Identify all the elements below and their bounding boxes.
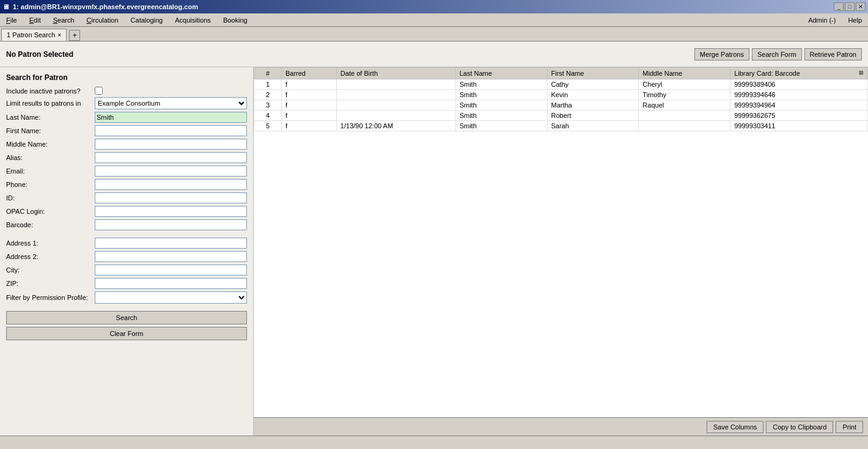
- col-header-first[interactable]: First Name: [547, 68, 639, 79]
- copy-to-clipboard-button[interactable]: Copy to Clipboard: [766, 421, 833, 433]
- first-name-label: First Name:: [6, 127, 95, 134]
- alias-row: Alias:: [6, 152, 247, 163]
- alias-input[interactable]: [95, 152, 247, 163]
- id-row: ID:: [6, 192, 247, 203]
- id-input[interactable]: [95, 192, 247, 203]
- id-label: ID:: [6, 194, 95, 202]
- table-row[interactable]: 5f1/13/90 12:00 AMSmithSarah99999303411: [254, 121, 868, 131]
- save-columns-button[interactable]: Save Columns: [707, 421, 764, 433]
- include-inactive-row: Include inactive patrons?: [6, 87, 247, 95]
- last-name-label: Last Name:: [6, 114, 95, 121]
- title-bar-controls[interactable]: _ □ ✕: [834, 2, 866, 11]
- tab-add-button[interactable]: +: [69, 30, 80, 41]
- menu-help[interactable]: Help: [844, 15, 866, 25]
- app-icon: 🖥: [2, 3, 9, 10]
- city-row: City:: [6, 265, 247, 276]
- middle-name-input[interactable]: [95, 139, 247, 150]
- bottom-bar: Save Columns Copy to Clipboard Print: [254, 417, 868, 436]
- table-row[interactable]: 2fSmithKevinTimothy99999394646: [254, 90, 868, 100]
- permission-profile-select[interactable]: [95, 291, 247, 304]
- city-input[interactable]: [95, 265, 247, 276]
- permission-profile-row: Filter by Permission Profile:: [6, 291, 247, 304]
- tab-label: 1 Patron Search: [7, 31, 56, 38]
- col-header-num[interactable]: #: [254, 68, 282, 79]
- barcode-label: Barcode:: [6, 221, 95, 228]
- alias-label: Alias:: [6, 154, 95, 161]
- menu-search[interactable]: Search: [50, 15, 78, 25]
- results-table: # Barred Date of Birth Last Name: [254, 67, 868, 417]
- print-button[interactable]: Print: [836, 421, 863, 433]
- col-header-middle[interactable]: Middle Name: [639, 68, 730, 79]
- menu-circulation[interactable]: Circulation: [83, 15, 122, 25]
- header-buttons: Merge Patrons Search Form Retrieve Patro…: [694, 48, 862, 60]
- retrieve-patron-button[interactable]: Retrieve Patron: [804, 48, 862, 60]
- tab-close-icon[interactable]: ×: [58, 32, 62, 38]
- address1-input[interactable]: [95, 238, 247, 249]
- zip-row: ZIP:: [6, 278, 247, 289]
- table-header: # Barred Date of Birth Last Name: [254, 68, 868, 79]
- opac-login-label: OPAC Login:: [6, 208, 95, 215]
- limit-results-row: Limit results to patrons in Example Cons…: [6, 97, 247, 109]
- email-input[interactable]: [95, 166, 247, 177]
- menu-edit[interactable]: Edit: [26, 15, 45, 25]
- tab-bar: 1 Patron Search × +: [0, 27, 868, 42]
- search-button[interactable]: Search: [6, 311, 247, 324]
- barcode-row: Barcode:: [6, 219, 247, 230]
- first-name-row: First Name:: [6, 125, 247, 136]
- main-content: No Patron Selected Merge Patrons Search …: [0, 42, 868, 436]
- limit-results-label: Limit results to patrons in: [6, 100, 95, 107]
- status-bar: [0, 436, 868, 449]
- menu-bar: File Edit Search Circulation Cataloging …: [0, 13, 868, 27]
- header-area: No Patron Selected Merge Patrons Search …: [0, 42, 868, 67]
- address2-input[interactable]: [95, 251, 247, 262]
- middle-name-row: Middle Name:: [6, 139, 247, 150]
- col-header-last[interactable]: Last Name: [455, 68, 547, 79]
- col-header-barcode[interactable]: Library Card: Barcode ⊞: [730, 68, 868, 79]
- middle-name-label: Middle Name:: [6, 141, 95, 148]
- table-row[interactable]: 4fSmithRobert99999362675: [254, 111, 868, 121]
- include-inactive-label: Include inactive patrons?: [6, 87, 95, 95]
- body-area: Search for Patron Include inactive patro…: [0, 67, 868, 436]
- address1-label: Address 1:: [6, 239, 95, 247]
- phone-label: Phone:: [6, 181, 95, 188]
- menu-right: Admin (-) Help: [804, 15, 866, 25]
- col-header-barred[interactable]: Barred: [281, 68, 336, 79]
- close-button[interactable]: ✕: [856, 2, 866, 11]
- email-row: Email:: [6, 166, 247, 177]
- title-bar-title: 🖥 1: admin@BR1-winxpvmfx.phasefx.evergre…: [2, 3, 198, 10]
- first-name-input[interactable]: [95, 125, 247, 136]
- city-label: City:: [6, 266, 95, 274]
- phone-input[interactable]: [95, 179, 247, 190]
- barcode-input[interactable]: [95, 219, 247, 230]
- no-patron-label: No Patron Selected: [6, 50, 73, 59]
- tab-patron-search[interactable]: 1 Patron Search ×: [1, 29, 67, 41]
- menu-booking[interactable]: Booking: [219, 15, 251, 25]
- search-form-title: Search for Patron: [6, 73, 247, 82]
- search-form-button[interactable]: Search Form: [752, 48, 802, 60]
- email-label: Email:: [6, 167, 95, 175]
- address2-row: Address 2:: [6, 251, 247, 262]
- results-tbody: 1fSmithCathyCheryl999993894062fSmithKevi…: [254, 79, 868, 131]
- form-buttons: Search Clear Form: [6, 311, 247, 340]
- minimize-button[interactable]: _: [834, 2, 844, 11]
- maximize-button[interactable]: □: [845, 2, 855, 11]
- menu-admin[interactable]: Admin (-): [804, 15, 839, 25]
- opac-login-input[interactable]: [95, 206, 247, 217]
- zip-input[interactable]: [95, 278, 247, 289]
- merge-patrons-button[interactable]: Merge Patrons: [694, 48, 749, 60]
- left-panel: Search for Patron Include inactive patro…: [0, 67, 254, 436]
- table-row[interactable]: 3fSmithMarthaRaquel99999394964: [254, 100, 868, 111]
- last-name-input[interactable]: [95, 112, 247, 123]
- menu-cataloging[interactable]: Cataloging: [127, 15, 167, 25]
- col-resize-icon: ⊞: [859, 70, 864, 76]
- clear-form-button[interactable]: Clear Form: [6, 327, 247, 340]
- menu-acquisitions[interactable]: Acquisitions: [171, 15, 215, 25]
- consortium-select[interactable]: Example Consortium: [95, 97, 247, 109]
- phone-row: Phone:: [6, 179, 247, 190]
- title-bar: 🖥 1: admin@BR1-winxpvmfx.phasefx.evergre…: [0, 0, 868, 13]
- col-header-dob[interactable]: Date of Birth: [336, 68, 455, 79]
- zip-label: ZIP:: [6, 280, 95, 287]
- include-inactive-checkbox[interactable]: [95, 87, 103, 95]
- table-row[interactable]: 1fSmithCathyCheryl99999389406: [254, 79, 868, 90]
- menu-file[interactable]: File: [2, 15, 21, 25]
